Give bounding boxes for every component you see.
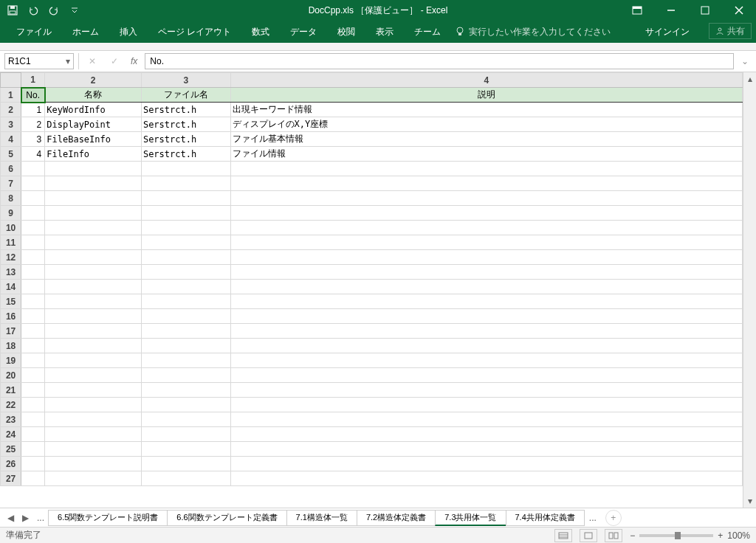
chevron-down-icon[interactable]: ▾ (66, 56, 70, 66)
expand-formula-icon[interactable]: ⌄ (738, 53, 752, 69)
cell[interactable] (45, 176, 142, 191)
cell[interactable] (230, 162, 742, 176)
cell[interactable] (230, 221, 742, 235)
formula-input[interactable] (145, 53, 734, 69)
row-header[interactable]: 12 (1, 250, 21, 265)
row-header[interactable]: 23 (1, 412, 21, 427)
cell[interactable] (21, 368, 45, 383)
cell[interactable]: Serstrct.h (141, 147, 230, 162)
cell[interactable] (230, 235, 742, 250)
cell[interactable] (141, 412, 230, 427)
cell[interactable] (141, 162, 230, 176)
row-header[interactable]: 6 (1, 162, 21, 176)
row-header[interactable]: 8 (1, 191, 21, 206)
row-header[interactable]: 27 (1, 471, 21, 486)
save-icon[interactable] (3, 1, 22, 19)
cell[interactable]: KeyWordInfo (45, 103, 142, 117)
view-page-layout-icon[interactable] (580, 529, 597, 542)
cell[interactable] (45, 206, 142, 221)
cell[interactable] (45, 221, 142, 235)
cell[interactable] (230, 280, 742, 294)
cell[interactable] (230, 442, 742, 457)
cell[interactable] (230, 471, 742, 486)
cell[interactable] (45, 442, 142, 457)
cell[interactable] (45, 324, 142, 339)
row-header[interactable]: 15 (1, 294, 21, 309)
sheet-tab[interactable]: 7.4共用体定義書 (506, 510, 585, 526)
cell[interactable] (21, 309, 45, 324)
cell[interactable] (141, 309, 230, 324)
sheet-nav-next-icon[interactable]: ▶ (18, 511, 32, 525)
cell[interactable] (45, 280, 142, 294)
row-header[interactable]: 4 (1, 132, 21, 147)
maximize-icon[interactable] (688, 0, 722, 21)
cell[interactable] (141, 235, 230, 250)
cell[interactable]: Serstrct.h (141, 117, 230, 132)
cell[interactable] (21, 324, 45, 339)
vertical-scrollbar[interactable]: ▴ ▾ (743, 72, 756, 508)
cell[interactable] (141, 383, 230, 398)
cell[interactable] (141, 176, 230, 191)
cell[interactable] (141, 427, 230, 442)
cell[interactable] (21, 427, 45, 442)
cell[interactable] (45, 457, 142, 471)
cell[interactable]: ディスプレイのX,Y座標 (230, 117, 742, 132)
cell[interactable] (45, 353, 142, 368)
cell[interactable] (230, 353, 742, 368)
row-header[interactable]: 20 (1, 368, 21, 383)
ribbon-display-icon[interactable] (620, 0, 654, 21)
cell[interactable] (45, 309, 142, 324)
cell[interactable] (230, 309, 742, 324)
cell[interactable] (21, 250, 45, 265)
cell[interactable]: FileInfo (45, 147, 142, 162)
cell[interactable] (141, 324, 230, 339)
view-page-break-icon[interactable] (605, 529, 622, 542)
row-header[interactable]: 19 (1, 353, 21, 368)
cell[interactable] (230, 294, 742, 309)
cell[interactable] (21, 176, 45, 191)
cell[interactable] (21, 339, 45, 353)
cell[interactable] (45, 294, 142, 309)
cell[interactable] (21, 280, 45, 294)
row-header[interactable]: 3 (1, 117, 21, 132)
cell[interactable] (230, 265, 742, 280)
cell[interactable] (141, 294, 230, 309)
row-header[interactable]: 14 (1, 280, 21, 294)
tell-me[interactable]: 実行したい作業を入力してください (456, 26, 611, 38)
sheet-tab[interactable]: 6.5関数テンプレート説明書 (48, 510, 168, 526)
add-sheet-icon[interactable]: + (605, 510, 622, 526)
undo-icon[interactable] (24, 1, 43, 19)
sheet-overflow-right[interactable]: ... (585, 513, 601, 523)
cell[interactable]: 3 (21, 132, 45, 147)
tab-layout[interactable]: ページ レイアウト (148, 21, 241, 43)
cell[interactable] (230, 368, 742, 383)
cell[interactable] (230, 383, 742, 398)
cell[interactable] (230, 324, 742, 339)
cell[interactable]: ファイル基本情報 (230, 132, 742, 147)
cell[interactable] (21, 383, 45, 398)
zoom-value[interactable]: 100% (727, 530, 750, 541)
cell[interactable] (141, 368, 230, 383)
cell[interactable] (230, 457, 742, 471)
cell[interactable] (45, 162, 142, 176)
sheet-overflow-left[interactable]: ... (32, 513, 49, 523)
sheet-tab[interactable]: 7.2構造体定義書 (357, 510, 436, 526)
cell[interactable] (45, 398, 142, 412)
cell[interactable]: Serstrct.h (141, 132, 230, 147)
header-cell[interactable]: 名称 (45, 88, 142, 103)
cell[interactable] (45, 191, 142, 206)
cell[interactable] (21, 412, 45, 427)
cell[interactable] (141, 221, 230, 235)
tab-team[interactable]: チーム (404, 21, 451, 43)
row-header[interactable]: 13 (1, 265, 21, 280)
row-header[interactable]: 9 (1, 206, 21, 221)
view-normal-icon[interactable] (554, 529, 572, 542)
row-header[interactable]: 26 (1, 457, 21, 471)
fx-icon[interactable]: fx (128, 56, 140, 66)
row-header[interactable]: 5 (1, 147, 21, 162)
cell[interactable] (21, 471, 45, 486)
cell[interactable] (230, 206, 742, 221)
cell[interactable] (230, 176, 742, 191)
zoom-out-icon[interactable]: − (630, 530, 635, 541)
zoom-in-icon[interactable]: + (718, 530, 723, 541)
